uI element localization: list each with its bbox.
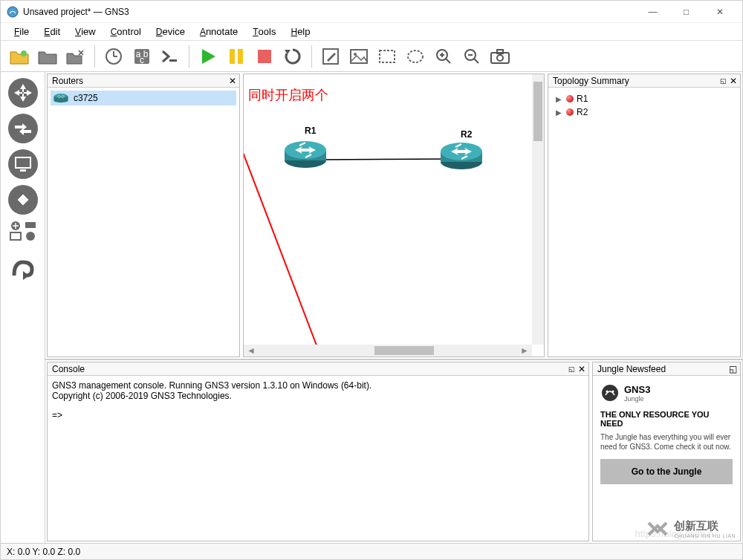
routers-category-icon[interactable]	[8, 78, 38, 108]
app-icon	[7, 6, 19, 18]
node-r1-label: R1	[305, 126, 317, 136]
node-r1[interactable]	[285, 141, 326, 168]
newsfeed-panel-header: Jungle Newsfeed ◱	[593, 362, 740, 376]
status-dot-icon	[566, 108, 574, 116]
zoom-out-icon[interactable]	[459, 44, 484, 69]
svg-point-19	[497, 55, 503, 61]
topology-item-r2[interactable]: ▶ R2	[553, 105, 736, 119]
routers-list: c3725	[48, 88, 239, 356]
start-all-icon[interactable]	[195, 44, 221, 69]
svg-line-38	[244, 74, 318, 349]
svg-rect-9	[258, 50, 271, 63]
expand-icon[interactable]: ▶	[556, 95, 563, 103]
snapshot-icon[interactable]	[101, 44, 126, 69]
statusbar: X: 0.0 Y: 0.0 Z: 0.0	[1, 543, 742, 559]
topology-panel-header: Topology Summary ◱ ✕	[548, 74, 740, 88]
canvas-panel[interactable]: R1 R2	[243, 74, 545, 357]
canvas-annotation: 同时开启两个	[248, 86, 328, 104]
gns3-logo-icon	[600, 383, 620, 403]
menu-annotate[interactable]: Annotate	[192, 25, 245, 39]
ellipse-icon[interactable]	[403, 44, 428, 69]
close-button[interactable]: ✕	[703, 1, 736, 23]
security-category-icon[interactable]	[8, 185, 38, 215]
svg-text:c: c	[140, 55, 144, 65]
newsfeed-brand-bottom: Jungle	[624, 395, 650, 403]
save-project-icon[interactable]	[63, 44, 88, 69]
topology-item-r1[interactable]: ▶ R1	[553, 92, 736, 105]
image-icon[interactable]	[346, 44, 372, 69]
maximize-button[interactable]: □	[669, 1, 703, 23]
status-coords: X: 0.0 Y: 0.0 Z: 0.0	[7, 547, 80, 557]
routers-panel-title: Routers	[52, 76, 83, 86]
main-window: Unsaved project* — GNS3 — □ ✕ File Edit …	[0, 0, 743, 560]
console-all-icon[interactable]	[158, 44, 183, 69]
device-toolbar	[1, 72, 45, 543]
menu-file[interactable]: File	[7, 25, 36, 39]
svg-rect-20	[16, 157, 30, 168]
menu-view[interactable]: View	[68, 25, 103, 39]
newsfeed-cta-button[interactable]: Go to the Jungle	[600, 459, 733, 484]
node-r2[interactable]	[441, 143, 482, 169]
stop-all-icon[interactable]	[252, 44, 277, 69]
end-devices-category-icon[interactable]	[8, 149, 38, 179]
menubar: File Edit View Control Device Annotate T…	[1, 23, 742, 41]
newsfeed-text: The Jungle has everything you will ever …	[600, 432, 733, 452]
bottom-area: Console ◱ ✕ GNS3 management console. Run…	[45, 359, 742, 543]
routers-panel-close-icon[interactable]: ✕	[229, 76, 236, 86]
titlebar: Unsaved project* — GNS3 — □ ✕	[1, 1, 742, 23]
router-device-icon	[53, 93, 69, 103]
screenshot-icon[interactable]	[487, 44, 513, 69]
topology-panel-close-icon[interactable]: ✕	[730, 76, 737, 86]
topology-panel-title: Topology Summary	[553, 76, 629, 86]
topology-panel: Topology Summary ◱ ✕ ▶ R1 ▶ R	[548, 74, 741, 357]
newsfeed-panel: Jungle Newsfeed ◱ GNS3 Jungle THE ONLY R…	[592, 362, 741, 541]
canvas-vertical-scrollbar[interactable]	[532, 74, 544, 345]
center-area: Routers ✕ c3725	[45, 72, 742, 543]
topology-panel-dock-icon[interactable]: ◱	[720, 77, 727, 85]
console-panel-close-icon[interactable]: ✕	[578, 364, 585, 374]
svg-rect-18	[497, 50, 503, 53]
pause-all-icon[interactable]	[224, 44, 249, 69]
topology-item-label: R1	[577, 94, 588, 104]
svg-rect-23	[25, 222, 36, 228]
new-project-icon[interactable]	[7, 44, 32, 69]
menu-help[interactable]: Help	[283, 25, 317, 39]
svg-point-12	[354, 53, 357, 56]
topology-item-label: R2	[577, 107, 588, 117]
show-labels-icon[interactable]: a bc	[129, 44, 155, 69]
link-tool-icon[interactable]	[8, 253, 38, 285]
svg-rect-7	[230, 49, 235, 64]
svg-rect-11	[351, 50, 367, 63]
all-devices-category-icon[interactable]	[4, 221, 42, 241]
rectangle-icon[interactable]	[374, 44, 400, 69]
router-list-item[interactable]: c3725	[51, 91, 236, 105]
svg-rect-8	[238, 49, 243, 64]
console-panel-header: Console ◱ ✕	[48, 362, 588, 376]
svg-point-0	[7, 7, 18, 17]
console-panel-dock-icon[interactable]: ◱	[568, 365, 575, 373]
console-panel-title: Console	[52, 364, 85, 374]
zoom-in-icon[interactable]	[431, 44, 456, 69]
watermark-logo: 创新互联 CHUANG XIN HU LIAN	[644, 515, 736, 542]
svg-point-25	[26, 232, 35, 241]
newsfeed-panel-title: Jungle Newsfeed	[597, 364, 666, 374]
topology-canvas[interactable]: R1 R2	[244, 74, 544, 356]
minimize-button[interactable]: —	[636, 1, 669, 23]
reload-all-icon[interactable]	[280, 44, 305, 69]
svg-point-1	[21, 51, 27, 56]
console-output[interactable]: GNS3 management console. Running GNS3 ve…	[48, 376, 588, 541]
menu-device[interactable]: Device	[149, 25, 192, 39]
node-r2-label: R2	[461, 129, 473, 140]
expand-icon[interactable]: ▶	[556, 108, 563, 117]
menu-edit[interactable]: Edit	[36, 25, 68, 39]
svg-line-29	[318, 159, 450, 160]
note-icon[interactable]	[318, 44, 343, 69]
menu-tools[interactable]: Tools	[245, 25, 283, 39]
canvas-horizontal-scrollbar[interactable]: ◄►	[244, 345, 532, 356]
switches-category-icon[interactable]	[8, 114, 38, 143]
newsfeed-panel-dock-icon[interactable]: ◱	[729, 364, 737, 374]
svg-point-40	[602, 385, 618, 401]
window-title: Unsaved project* — GNS3	[23, 7, 636, 17]
open-project-icon[interactable]	[35, 44, 60, 69]
menu-control[interactable]: Control	[103, 25, 149, 39]
